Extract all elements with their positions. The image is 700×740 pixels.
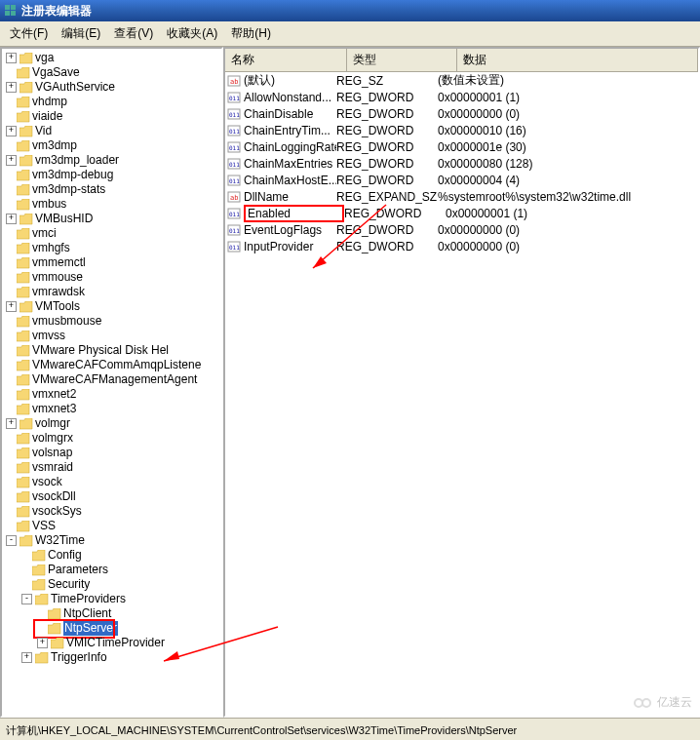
svg-text:ab: ab [230, 194, 238, 202]
tree-item[interactable]: +vga [6, 51, 221, 65]
value-row[interactable]: 011EventLogFlagsREG_DWORD0x00000000 (0) [225, 221, 698, 238]
tree-item[interactable]: vmci [6, 226, 221, 241]
tree-item[interactable]: vmusbmouse [6, 314, 221, 329]
tree-item[interactable]: vhdmp [6, 95, 221, 109]
value-data: 0x00000080 (128) [438, 157, 696, 171]
expand-icon[interactable]: + [6, 214, 17, 224]
tree-item[interactable]: vmmemctl [6, 255, 221, 270]
tree-item[interactable]: vmmouse [6, 270, 221, 285]
value-row[interactable]: abDllNameREG_EXPAND_SZ%systemroot%\syste… [225, 188, 698, 205]
tree-item[interactable]: -W32Time [6, 533, 221, 548]
value-row[interactable]: 011AllowNonstand...REG_DWORD0x00000001 (… [225, 89, 698, 105]
tree-item[interactable]: vmrawdsk [6, 285, 221, 299]
tree-item[interactable]: +VMICTimeProvider [37, 636, 221, 650]
tree-item[interactable]: +vm3dmp_loader [6, 153, 221, 168]
value-name: ChainMaxEntries [244, 157, 336, 171]
tree-item[interactable]: +TriggerInfo [21, 650, 221, 665]
expand-icon[interactable]: + [6, 53, 17, 63]
expand-icon[interactable]: + [6, 126, 17, 136]
menu-edit[interactable]: 编辑(E) [56, 23, 106, 44]
tree-item[interactable]: VMwareCAFManagementAgent [6, 372, 221, 387]
tree-item[interactable]: +VMTools [6, 299, 221, 314]
svg-rect-2 [5, 11, 10, 16]
value-data: 0x0000001e (30) [438, 140, 696, 154]
menu-help[interactable]: 帮助(H) [225, 23, 277, 44]
folder-icon [17, 345, 30, 357]
tree-item[interactable]: vmxnet3 [6, 402, 221, 416]
value-row[interactable]: 011ChainLoggingRateREG_DWORD0x0000001e (… [225, 138, 698, 155]
tree-item[interactable]: vm3dmp [6, 138, 221, 153]
menu-favorites[interactable]: 收藏夹(A) [161, 23, 223, 44]
menu-view[interactable]: 查看(V) [108, 23, 159, 44]
folder-icon [19, 82, 33, 94]
folder-icon [32, 550, 46, 562]
value-row[interactable]: 011EnabledREG_DWORD0x00000001 (1) [225, 205, 698, 221]
folder-icon [19, 155, 33, 167]
tree-item[interactable]: viaide [6, 109, 221, 124]
tree-item[interactable]: vm3dmp-debug [6, 168, 221, 182]
value-row[interactable]: ab(默认)REG_SZ(数值未设置) [225, 72, 698, 89]
values-pane[interactable]: 名称 类型 数据 ab(默认)REG_SZ(数值未设置)011AllowNons… [223, 47, 700, 718]
tree-item[interactable]: VSS [6, 519, 221, 533]
tree-item[interactable]: vm3dmp-stats [6, 182, 221, 197]
tree-item[interactable]: +Vid [6, 124, 221, 138]
tree-pane[interactable]: +vgaVgaSave+VGAuthServicevhdmpviaide+Vid… [0, 47, 223, 718]
tree-item[interactable]: VgaSave [6, 65, 221, 80]
tree-item[interactable]: VMware Physical Disk Hel [6, 343, 221, 358]
tree-item[interactable]: Security [21, 577, 221, 592]
value-row[interactable]: 011ChainEntryTim...REG_DWORD0x00000010 (… [225, 122, 698, 138]
expand-icon[interactable]: - [21, 594, 32, 604]
value-row[interactable]: 011ChainDisableREG_DWORD0x00000000 (0) [225, 105, 698, 122]
tree-item[interactable]: vmbus [6, 197, 221, 212]
tree-item[interactable]: +volmgr [6, 416, 221, 431]
tree-item[interactable]: vmxnet2 [6, 387, 221, 402]
col-data-header[interactable]: 数据 [457, 49, 698, 71]
tree-item[interactable]: Parameters [21, 563, 221, 577]
value-row[interactable]: 011ChainMaxHostE...REG_DWORD0x00000004 (… [225, 172, 698, 188]
folder-icon [17, 199, 30, 211]
tree-item-label: vmmemctl [32, 255, 86, 270]
tree-item-label: vmxnet3 [32, 402, 76, 416]
value-name: (默认) [244, 72, 336, 89]
expand-icon[interactable]: + [21, 652, 32, 663]
folder-icon [17, 389, 30, 401]
value-type: REG_DWORD [336, 91, 438, 104]
list-body[interactable]: ab(默认)REG_SZ(数值未设置)011AllowNonstand...RE… [225, 72, 698, 716]
tree-item[interactable]: vsmraid [6, 460, 221, 475]
tree-item[interactable]: volmgrx [6, 431, 221, 446]
col-name-header[interactable]: 名称 [225, 49, 347, 71]
tree-item[interactable]: +VMBusHID [6, 212, 221, 226]
folder-icon [17, 140, 30, 152]
tree-item[interactable]: vsock [6, 475, 221, 489]
expand-icon[interactable]: + [6, 418, 17, 429]
registry-tree[interactable]: +vgaVgaSave+VGAuthServicevhdmpviaide+Vid… [2, 49, 221, 667]
tree-item-label: volsnap [32, 446, 72, 460]
tree-item-label: vm3dmp-stats [32, 182, 105, 197]
value-row[interactable]: 011InputProviderREG_DWORD0x00000000 (0) [225, 238, 698, 254]
value-data: (数值未设置) [438, 72, 696, 89]
tree-item[interactable]: volsnap [6, 446, 221, 460]
tree-item[interactable]: VMwareCAFCommAmqpListene [6, 358, 221, 372]
value-data: %systemroot%\system32\w32time.dll [438, 190, 696, 204]
tree-item[interactable]: Config [21, 548, 221, 563]
tree-item[interactable]: -TimeProviders [21, 592, 221, 606]
expand-icon[interactable]: + [6, 82, 17, 93]
col-type-header[interactable]: 类型 [347, 49, 457, 71]
main-content: +vgaVgaSave+VGAuthServicevhdmpviaide+Vid… [0, 47, 700, 718]
svg-text:011: 011 [229, 111, 240, 118]
tree-item[interactable]: NtpServer [37, 621, 221, 636]
tree-item[interactable]: vmvss [6, 329, 221, 343]
tree-item[interactable]: vsockSys [6, 504, 221, 519]
tree-item[interactable]: vsockDll [6, 489, 221, 504]
menu-file[interactable]: 文件(F) [4, 23, 54, 44]
expand-icon[interactable]: + [6, 155, 17, 166]
value-row[interactable]: 011ChainMaxEntriesREG_DWORD0x00000080 (1… [225, 155, 698, 172]
svg-text:011: 011 [229, 95, 240, 101]
expand-icon[interactable]: - [6, 535, 17, 546]
expand-icon[interactable]: + [37, 638, 48, 648]
folder-icon [32, 579, 46, 591]
tree-item[interactable]: NtpClient [37, 606, 221, 621]
tree-item[interactable]: +VGAuthService [6, 80, 221, 95]
expand-icon[interactable]: + [6, 301, 17, 312]
tree-item[interactable]: vmhgfs [6, 241, 221, 255]
